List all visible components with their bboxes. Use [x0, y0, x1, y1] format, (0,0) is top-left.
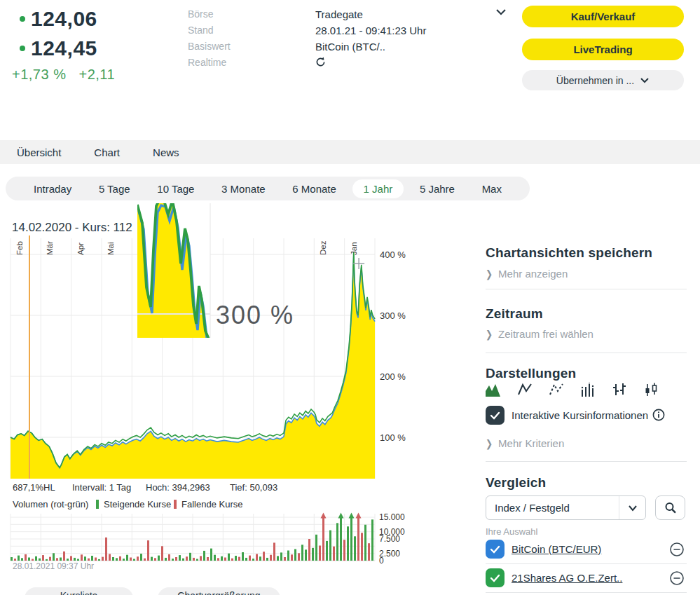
free-period-link[interactable]: ❯ Zeitraum frei wählen — [486, 328, 593, 340]
show-more-link[interactable]: ❯ Mehr anzeigen — [486, 268, 568, 280]
svg-text:Apr: Apr — [76, 242, 85, 255]
timestamp-value: 28.01.21 - 09:41:23 Uhr — [315, 22, 512, 39]
divider — [486, 461, 687, 462]
period-heading: Zeitraum — [486, 306, 543, 322]
compare-heading: Vergleich — [486, 475, 546, 491]
bid-status-dot — [20, 16, 25, 22]
label-basiswert: Basiswert — [188, 39, 231, 55]
tab-uebersicht[interactable]: Übersicht — [17, 146, 61, 158]
check-icon — [490, 545, 500, 554]
instrument-labels: Börse Stand Basiswert Realtime — [188, 6, 231, 71]
apply-in-label: Übernehmen in ... — [556, 75, 634, 86]
svg-text:0: 0 — [379, 556, 384, 565]
search-button[interactable] — [655, 495, 685, 520]
remove-bitcoin-icon[interactable] — [669, 542, 685, 557]
divider — [486, 563, 687, 564]
chevron-right-icon: ❯ — [486, 437, 493, 449]
chart-interval: Intervall: 1 Tag — [72, 482, 131, 493]
interactive-info-checkbox[interactable] — [486, 406, 505, 425]
underlying-value: BitCoin (BTC/.. — [315, 39, 512, 55]
range-5tage[interactable]: 5 Tage — [88, 179, 142, 198]
price-chart[interactable]: FebMärAprMaiDezJan100 %200 %300 %400 %14… — [0, 202, 434, 500]
live-trading-button[interactable]: LiveTrading — [522, 39, 684, 60]
chevron-down-icon — [640, 76, 650, 84]
select-chevron-icon[interactable] — [619, 496, 645, 519]
svg-text:Feb: Feb — [15, 241, 24, 255]
ask-status-dot — [20, 46, 25, 51]
more-criteria-link[interactable]: ❯ Mehr Kriterien — [486, 437, 564, 449]
svg-text:Mai: Mai — [107, 242, 115, 255]
change-absolute: +2,11 — [78, 67, 115, 82]
bar-chart-icon[interactable] — [580, 383, 596, 397]
candlestick-chart-icon[interactable] — [643, 383, 659, 397]
bitcoin-checkbox[interactable] — [486, 540, 505, 559]
chevron-right-icon: ❯ — [486, 328, 493, 340]
chart-hl-value: 687,1%HL — [13, 482, 55, 493]
chart-page: 124,06 124,45 +1,73 %+2,11 Börse Stand B… — [0, 0, 700, 595]
display-heading: Darstellungen — [486, 366, 576, 381]
bitcoin-selection-link[interactable]: BitCoin (BTC/EUR) — [512, 543, 601, 555]
range-intraday[interactable]: Intraday — [22, 179, 83, 198]
range-3monate[interactable]: 3 Monate — [210, 179, 277, 198]
range-1jahr[interactable]: 1 Jahr — [352, 179, 404, 198]
svg-text:Mär: Mär — [46, 241, 54, 255]
main-tabbar: Übersicht Chart News — [0, 140, 700, 164]
kursliste-button[interactable]: Kursliste — [25, 587, 133, 595]
exchange-dropdown-chevron-icon[interactable] — [495, 7, 507, 20]
save-views-heading: Chartansichten speichern — [486, 245, 652, 261]
chart-low: Tief: 50,093 — [230, 482, 277, 493]
chart-type-icons — [486, 383, 661, 397]
legend-down-label: Fallende Kurse — [181, 499, 242, 509]
divider — [486, 592, 687, 593]
chart-timestamp: 28.01.2021 09:37 Uhr — [13, 561, 94, 571]
legend-up-label: Steigende Kurse — [104, 499, 171, 509]
apply-in-button[interactable]: Übernehmen in ... — [522, 70, 684, 90]
refresh-icon[interactable] — [315, 57, 512, 70]
svg-text:300 %: 300 % — [216, 301, 294, 329]
legend-up: Steigende Kurse — [96, 499, 171, 509]
tab-news[interactable]: News — [153, 146, 179, 158]
tab-chart[interactable]: Chart — [94, 146, 120, 158]
interactive-info-label: Interaktive Kursinformationen — [512, 409, 648, 421]
compare-select[interactable]: Index / Festgeld — [486, 495, 646, 520]
svg-text:100 %: 100 % — [380, 432, 406, 443]
range-10tage[interactable]: 10 Tage — [146, 179, 205, 198]
selection-label: Ihre Auswahl — [486, 526, 537, 537]
range-5jahre[interactable]: 5 Jahre — [409, 179, 466, 198]
instrument-values: Tradegate 28.01.21 - 09:41:23 Uhr BitCoi… — [315, 6, 512, 70]
volume-title: Volumen (rot-grün) — [13, 499, 88, 509]
range-6monate[interactable]: 6 Monate — [281, 179, 348, 198]
label-boerse: Börse — [188, 6, 231, 22]
red-bar-icon — [174, 500, 177, 509]
compare-select-value: Index / Festgeld — [486, 502, 619, 514]
shares21-selection-link[interactable]: 21Shares AG O.E.Zert.. — [512, 572, 622, 584]
more-criteria-label: Mehr Kriterien — [498, 437, 564, 449]
check-icon — [490, 574, 500, 582]
label-realtime: Realtime — [188, 55, 231, 71]
bid-price: 124,06 — [31, 7, 97, 31]
volume-chart: 15.00010.0007.5002.5000 — [0, 510, 434, 565]
svg-text:Dez: Dez — [319, 240, 327, 255]
exchange-value[interactable]: Tradegate — [315, 6, 512, 22]
ask-price: 124,45 — [31, 36, 97, 60]
chevron-right-icon: ❯ — [486, 268, 493, 280]
show-more-label: Mehr anzeigen — [498, 268, 568, 280]
green-bar-icon — [96, 500, 99, 509]
line-chart-icon[interactable] — [517, 383, 533, 397]
dashed-line-chart-icon[interactable] — [549, 383, 564, 397]
chart-size-button[interactable]: Chartvergrößerung — [158, 587, 280, 595]
remove-shares21-icon[interactable] — [669, 570, 685, 586]
divider — [486, 353, 687, 353]
svg-text:7.500: 7.500 — [379, 534, 400, 544]
ohlc-chart-icon[interactable] — [612, 383, 627, 397]
timerange-bar: Intraday 5 Tage 10 Tage 3 Monate 6 Monat… — [6, 177, 530, 200]
label-stand: Stand — [188, 22, 231, 39]
info-icon[interactable] — [652, 409, 665, 424]
svg-text:200 %: 200 % — [380, 371, 406, 382]
price-change: +1,73 %+2,11 — [12, 67, 128, 83]
area-chart-icon[interactable] — [486, 383, 501, 397]
range-max[interactable]: Max — [471, 179, 513, 198]
shares21-checkbox[interactable] — [486, 568, 505, 587]
divider — [486, 289, 687, 289]
buy-sell-button[interactable]: Kauf/Verkauf — [522, 6, 684, 27]
